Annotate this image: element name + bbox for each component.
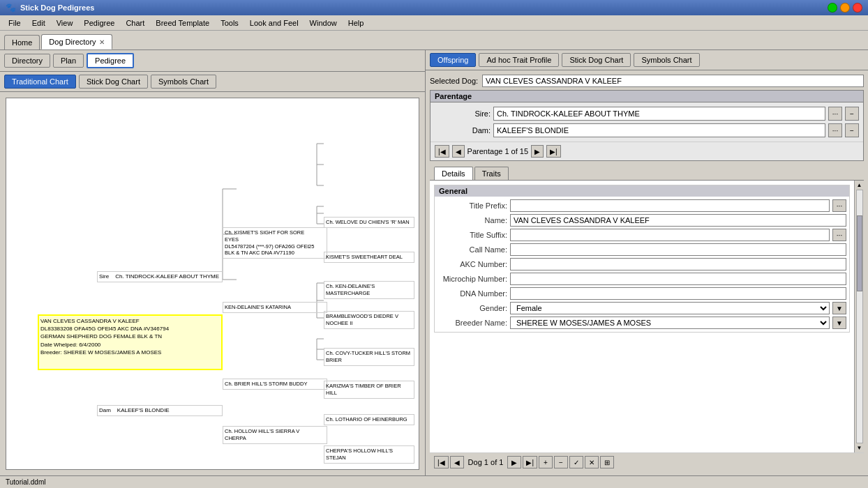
sub-tab-directory[interactable]: Directory <box>4 54 50 68</box>
call-name-input[interactable] <box>510 243 846 256</box>
dog-first-btn[interactable]: |◀ <box>434 456 449 468</box>
scrollbar-up-btn[interactable]: ▲ <box>857 182 862 188</box>
dam-ellipsis-btn[interactable]: ··· <box>828 123 842 137</box>
title-prefix-input[interactable] <box>510 199 830 212</box>
dog-prev-btn[interactable]: ◀ <box>450 456 464 468</box>
ss-box[interactable]: Ch. KISMET'S SIGHT FOR SORE EYES DL54787… <box>223 227 327 259</box>
details-content: Details Traits General Title Prefix: <box>430 164 864 471</box>
chart-tab-stick-dog[interactable]: Stick Dog Chart <box>79 75 148 89</box>
ddd-box[interactable]: CHERPA'S HOLLOW HILL'S STEJAN <box>324 445 414 464</box>
status-text: Tutorial.ddml <box>6 478 45 486</box>
statusbar: Tutorial.ddml <box>0 475 868 488</box>
tab-dog-directory-close[interactable]: ✕ <box>99 38 105 46</box>
dsd-name: KARIZMA'S TIMBER OF BRIER HILL <box>326 383 412 397</box>
sd-box[interactable]: KEN-DELAINE'S KATARINA <box>223 302 327 313</box>
akc-number-input[interactable] <box>510 258 846 270</box>
name-input[interactable] <box>510 214 846 227</box>
sdd-name: BRAMBLEWOOD'S DIEDRE V <box>326 313 412 320</box>
parentage-section: Parentage Sire: ··· − Dam: ··· − <box>430 90 864 161</box>
proband-reg: DL83383208 OFA45G OFEl45 AKC DNA #V34679… <box>40 325 220 333</box>
dog-info-btn[interactable]: ⊞ <box>600 456 614 468</box>
sdd-name2: NOCHEE II <box>326 320 412 327</box>
sire-minus-btn[interactable]: − <box>845 107 859 121</box>
proband-name: VAN CLEVES CASSANDRA V KALEEF <box>40 317 220 325</box>
sire-input[interactable] <box>493 107 825 121</box>
ds-box[interactable]: Ch. BRIER HILL'S STORM BUDDY <box>223 379 327 390</box>
dna-number-row: DNA Number: <box>437 287 846 300</box>
selected-dog-label: Selected Dog: <box>430 77 478 85</box>
close-button[interactable] <box>853 3 862 13</box>
dog-cancel-btn[interactable]: ✕ <box>585 456 599 468</box>
tab-dog-directory-label: Dog Directory <box>49 38 96 46</box>
menu-edit[interactable]: Edit <box>27 17 51 29</box>
dds-name: Ch. LOTHARIO OF HEINERBURG <box>326 416 412 423</box>
sire-ellipsis-btn[interactable]: ··· <box>828 107 842 121</box>
details-tab-traits[interactable]: Traits <box>474 167 509 180</box>
tab-home[interactable]: Home <box>4 35 40 49</box>
dss-box[interactable]: Ch. COVY-TUCKER HILL'S STORM BRIER <box>324 348 414 366</box>
menu-chart[interactable]: Chart <box>120 17 150 29</box>
titlebar-title: Stick Dog Pedigrees <box>20 3 94 12</box>
dam-row: Dam: ··· − <box>435 123 859 137</box>
sds-name2: MASTERCHARGE <box>326 290 412 297</box>
sub-tab-pedigree[interactable]: Pedigree <box>87 53 134 68</box>
parentage-next-btn[interactable]: ▶ <box>531 145 544 158</box>
menu-tools[interactable]: Tools <box>215 17 244 29</box>
ssd-box[interactable]: KISMET'S SWEETHEART DEAL <box>324 252 414 263</box>
tab-dog-directory[interactable]: Dog Directory ✕ <box>41 34 112 49</box>
menu-look-and-feel[interactable]: Look and Feel <box>244 17 304 29</box>
dog-add-btn[interactable]: + <box>539 456 553 468</box>
right-tab-stick-dog[interactable]: Stick Dog Chart <box>562 53 631 67</box>
title-suffix-btn[interactable]: ··· <box>832 229 846 241</box>
tab-home-label: Home <box>12 38 32 47</box>
dd-box[interactable]: Ch. HOLLOW HILL'S SIERRA V CHERPA <box>223 426 327 444</box>
maximize-button[interactable] <box>840 3 850 13</box>
dog-next-btn[interactable]: ▶ <box>507 456 521 468</box>
breeder-name-select[interactable]: SHEREE W MOSES/JAMES A MOSES <box>510 317 830 329</box>
dam-input[interactable] <box>493 123 825 137</box>
parentage-prev-btn[interactable]: ◀ <box>452 145 465 158</box>
scrollbar-handle[interactable] <box>857 215 862 291</box>
parentage-body: Sire: ··· − Dam: ··· − <box>431 102 863 142</box>
proband-box[interactable]: VAN CLEVES CASSANDRA V KALEEF DL83383208… <box>38 314 223 370</box>
details-tab-details[interactable]: Details <box>434 167 473 180</box>
dog-last-btn[interactable]: ▶| <box>523 456 537 468</box>
menu-window[interactable]: Window <box>304 17 343 29</box>
title-prefix-btn[interactable]: ··· <box>832 199 846 212</box>
menu-view[interactable]: View <box>51 17 79 29</box>
sds-box[interactable]: Ch. KEN-DELAINE'S MASTERCHARGE <box>324 281 414 299</box>
gender-dropdown-btn[interactable]: ▼ <box>832 302 846 314</box>
proband-date: Date Whelped: 6/4/2000 <box>40 341 220 349</box>
menu-breed-template[interactable]: Breed Template <box>150 17 215 29</box>
dog-confirm-btn[interactable]: ✓ <box>569 456 583 468</box>
sdd-box[interactable]: BRAMBLEWOOD'S DIEDRE V NOCHEE II <box>324 311 414 329</box>
menu-help[interactable]: Help <box>343 17 370 29</box>
breeder-dropdown-btn[interactable]: ▼ <box>832 317 846 329</box>
scrollbar-track[interactable] <box>856 190 863 443</box>
menu-pedigree[interactable]: Pedigree <box>78 17 120 29</box>
menu-file[interactable]: File <box>3 17 27 29</box>
chart-tab-symbols[interactable]: Symbols Chart <box>151 75 216 89</box>
chart-tab-traditional[interactable]: Traditional Chart <box>4 75 76 89</box>
sub-tab-plan[interactable]: Plan <box>53 54 84 68</box>
microchip-input[interactable] <box>510 273 846 285</box>
gender-select[interactable]: Female Male <box>510 302 830 314</box>
right-tab-adhoc[interactable]: Ad hoc Trait Profile <box>479 53 559 67</box>
dog-remove-btn[interactable]: − <box>554 456 568 468</box>
right-tab-symbols[interactable]: Symbols Chart <box>634 53 699 67</box>
dam-minus-btn[interactable]: − <box>845 123 859 137</box>
sss-box[interactable]: Ch. WELOVE DU CHIEN'S 'R' MAN <box>324 217 414 228</box>
right-scrollbar[interactable]: ▲ ▼ <box>854 181 864 452</box>
minimize-button[interactable] <box>828 3 837 13</box>
parentage-first-btn[interactable]: |◀ <box>435 145 449 158</box>
parentage-last-btn[interactable]: ▶| <box>546 145 561 158</box>
scrollbar-down-btn[interactable]: ▼ <box>857 445 862 451</box>
right-tab-offspring[interactable]: Offspring <box>430 53 476 67</box>
dna-number-input[interactable] <box>510 287 846 300</box>
title-suffix-input[interactable] <box>510 229 830 241</box>
general-header: General <box>435 185 849 197</box>
sire-box[interactable]: Sire Ch. TINDROCK-KALEEF ABOUT THYME <box>97 271 223 282</box>
dsd-box[interactable]: KARIZMA'S TIMBER OF BRIER HILL <box>324 381 414 399</box>
dds-box[interactable]: Ch. LOTHARIO OF HEINERBURG <box>324 414 414 425</box>
dam-box[interactable]: Dam KALEEF'S BLONDIE <box>97 405 223 416</box>
